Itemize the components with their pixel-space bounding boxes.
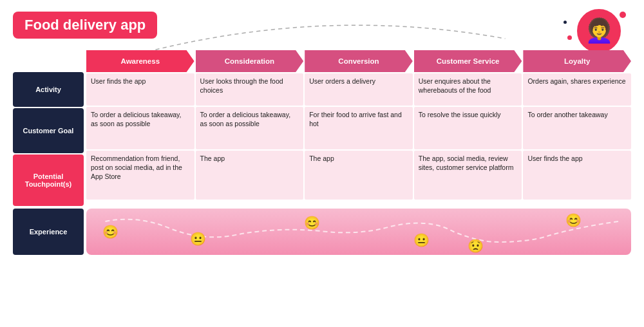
dot-pink-1 bbox=[620, 12, 626, 18]
touchpoint-cell-3: The app, social media, review sites, cus… bbox=[414, 151, 522, 200]
dot-pink-2 bbox=[567, 35, 572, 40]
emoji-2: 😊 bbox=[304, 215, 320, 230]
phase-customer-service: Customer Service bbox=[414, 50, 522, 72]
label-touchpoints: Potential Touchpoint(s) bbox=[13, 154, 84, 206]
label-spacer bbox=[13, 50, 84, 72]
avatar-emoji: 👩‍🦱 bbox=[585, 19, 614, 42]
activity-cell-1: User looks through the food choices bbox=[196, 73, 304, 106]
experience-curve-svg bbox=[86, 209, 631, 255]
phases-area: Awareness Consideration Conversion Custo… bbox=[86, 50, 631, 206]
experience-label: Experience bbox=[13, 209, 84, 255]
touchpoint-cell-1: The app bbox=[196, 151, 304, 200]
title-box: Food delivery app bbox=[13, 12, 157, 39]
emoji-3: 😐 bbox=[413, 232, 430, 248]
activity-cell-2: User orders a delivery bbox=[305, 73, 413, 106]
emoji-4: 😟 bbox=[468, 238, 484, 254]
avatar: 👩‍🦱 bbox=[577, 9, 621, 53]
label-customer-goal: Customer Goal bbox=[13, 108, 84, 153]
goal-cell-1: To order a delicious takeaway, as soon a… bbox=[196, 107, 304, 149]
app-title: Food delivery app bbox=[24, 17, 146, 33]
touchpoint-cell-4: User finds the app bbox=[523, 151, 631, 200]
phase-loyalty: Loyalty bbox=[523, 50, 631, 72]
goal-cell-0: To order a delicious takeaway, as soon a… bbox=[86, 107, 194, 149]
emoji-1: 😐 bbox=[190, 231, 206, 247]
touchpoint-cell-0: Recommendation from friend, post on soci… bbox=[86, 151, 194, 200]
experience-section: Experience 😊 😐 😊 😐 😟 😊 bbox=[13, 209, 631, 255]
phase-consideration: Consideration bbox=[196, 50, 304, 72]
goal-cell-4: To order another takeaway bbox=[523, 107, 631, 149]
touchpoints-row: Recommendation from friend, post on soci… bbox=[86, 151, 631, 200]
journey-map: Activity Customer Goal Potential Touchpo… bbox=[13, 50, 631, 206]
activity-row: User finds the app User looks through th… bbox=[86, 73, 631, 106]
main-container: Food delivery app 👩‍🦱 Activity Customer … bbox=[0, 0, 644, 327]
activity-cell-4: Orders again, shares experience bbox=[523, 73, 631, 106]
emoji-0: 😊 bbox=[102, 224, 118, 239]
label-activity: Activity bbox=[13, 72, 84, 107]
phases-row: Awareness Consideration Conversion Custo… bbox=[86, 50, 631, 72]
labels-column: Activity Customer Goal Potential Touchpo… bbox=[13, 50, 84, 206]
phase-conversion: Conversion bbox=[305, 50, 413, 72]
touchpoint-cell-2: The app bbox=[305, 151, 413, 200]
experience-track: 😊 😐 😊 😐 😟 😊 bbox=[86, 209, 631, 255]
dot-dark-1 bbox=[564, 21, 567, 24]
goal-cell-3: To resolve the issue quickly bbox=[414, 107, 522, 149]
activity-cell-0: User finds the app bbox=[86, 73, 194, 106]
goal-cell-2: For their food to arrive fast and hot bbox=[305, 107, 413, 149]
activity-cell-3: User enquires about the wherebaouts of t… bbox=[414, 73, 522, 106]
goal-row: To order a delicious takeaway, as soon a… bbox=[86, 107, 631, 149]
phase-awareness: Awareness bbox=[86, 50, 194, 72]
emoji-5: 😊 bbox=[565, 212, 582, 228]
